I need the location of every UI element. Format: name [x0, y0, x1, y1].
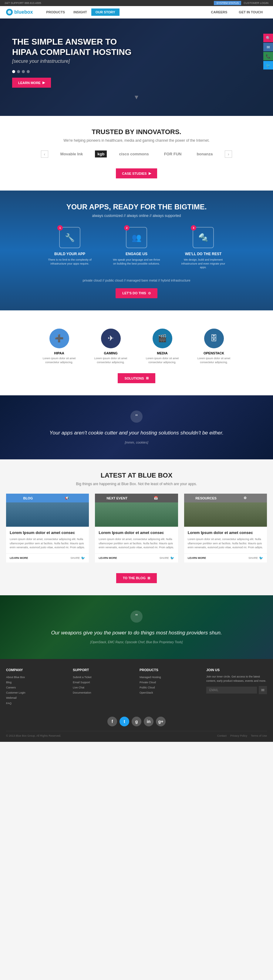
footer-company: COMPANY About Blue Box Blog Careers Cust…	[6, 668, 67, 706]
card-event: NEXT EVENT 📅 Lorem Ipsum dolor et amet c…	[95, 494, 178, 563]
build-icon: 1 🔧	[59, 227, 80, 248]
google-plus-button[interactable]: g+	[156, 717, 166, 726]
footer-contact-link[interactable]: Contact	[217, 734, 227, 737]
twitter-share-icon-2[interactable]: 🐦	[170, 556, 175, 560]
footer-link-customer-login[interactable]: Customer Login	[6, 690, 67, 695]
twitter-sidebar-icon[interactable]: 🐦	[263, 61, 273, 70]
resources-title: Lorem Ipsum dolor et amet consec	[188, 530, 263, 535]
hero-dot-2[interactable]	[17, 70, 20, 73]
feature-num-1: 1	[57, 225, 63, 231]
grid-icon-2: ⊞	[148, 576, 150, 580]
nav-our-story[interactable]: OUR STORY	[91, 8, 119, 16]
phone-icon[interactable]: 📞	[263, 52, 273, 60]
footer-products-title: PRODUCTS	[140, 668, 200, 672]
hero-dot-4[interactable]	[27, 70, 30, 73]
solution-title-hipaa: HIPAA	[40, 352, 79, 355]
arrow-right-icon: ▶	[149, 172, 151, 175]
blog-learn-more[interactable]: LEARN MORE	[10, 557, 28, 560]
card-header-event: NEXT EVENT 📅	[95, 494, 178, 503]
solution-gaming: ✈ GAMING Lorem ipsum dolor sit amet cons…	[91, 329, 130, 364]
nav-insight[interactable]: INSIGHT	[69, 8, 91, 16]
svg-point-0	[8, 10, 11, 14]
media-icon: 🎬	[152, 329, 172, 348]
twitter-share-icon-1[interactable]: 🐦	[81, 556, 85, 560]
customer-login-link[interactable]: CUSTOMER LOGIN	[244, 2, 268, 5]
hero-dot-1[interactable]	[12, 70, 15, 73]
footer-columns: COMPANY About Blue Box Blog Careers Cust…	[6, 668, 267, 712]
nav-products[interactable]: PRODUCTS	[42, 8, 69, 16]
lets-do-button[interactable]: LET'S DO THIS ⊙	[116, 288, 157, 298]
solution-desc-hipaa: Lorem ipsum dolor sit amet consectetur a…	[40, 356, 79, 364]
event-learn-more[interactable]: LEARN MORE	[98, 557, 117, 560]
solution-title-gaming: GAMING	[91, 352, 130, 355]
footer-email-input[interactable]	[206, 687, 257, 694]
facebook-button[interactable]: f	[107, 717, 117, 726]
grid-icon: ⊞	[146, 376, 149, 380]
logo-bonanza: bonanza	[194, 150, 216, 158]
footer-email-row: ✉	[206, 686, 267, 694]
mail-icon[interactable]: ✉	[263, 43, 273, 51]
solution-desc-media: Lorem ipsum dolor sit amet consectetur a…	[143, 356, 182, 364]
footer-link-faq[interactable]: FAQ	[6, 701, 67, 706]
feature-title-3: WE'LL DO THE REST	[179, 252, 227, 256]
footer-link-email-support[interactable]: Email Support	[73, 680, 133, 685]
resources-text: Lorem ipsum dolor sit amet, consectetur …	[188, 537, 263, 550]
github-button[interactable]: g	[132, 717, 141, 726]
resources-learn-more[interactable]: LEARN MORE	[188, 557, 206, 560]
card-header-resources: RESOURCES ⚙	[184, 494, 267, 503]
nav-careers[interactable]: CAREERS	[207, 8, 232, 16]
solutions-button[interactable]: SOLUTIONS ⊞	[118, 373, 155, 383]
footer-link-openstack[interactable]: OpenStack	[140, 690, 200, 695]
latest-section: LATEST AT BLUE BOX Big things are happen…	[0, 459, 273, 595]
twitter-share-icon-3[interactable]: 🐦	[259, 556, 263, 560]
event-image	[95, 503, 178, 527]
logos-prev-button[interactable]: ‹	[41, 151, 48, 158]
card-resources: RESOURCES ⚙ Lorem Ipsum dolor et amet co…	[184, 494, 267, 563]
main-nav: bluebox PRODUCTS INSIGHT OUR STORY CAREE…	[0, 6, 273, 19]
footer-link-public-cloud[interactable]: Public Cloud	[140, 685, 200, 690]
blog-footer: LEARN MORE SHARE 🐦	[6, 554, 89, 563]
nav-get-in-touch[interactable]: GET IN TOUCH	[235, 8, 267, 16]
system-status-btn[interactable]: SYSTEM STATUS	[214, 1, 241, 5]
to-blog-button[interactable]: TO THE BLOG ⊞	[116, 573, 157, 583]
card-header-blog: BLOG 📢	[6, 494, 89, 503]
top-bar: 24/7 SUPPORT 888.613.4305 SYSTEM STATUS …	[0, 0, 273, 6]
footer-link-managed[interactable]: Managed Hosting	[140, 675, 200, 680]
footer-email-submit[interactable]: ✉	[259, 686, 267, 694]
footer-link-live-chat[interactable]: Live Chat	[73, 685, 133, 690]
logos-next-button[interactable]: ›	[225, 151, 232, 158]
play-icon: ▶	[43, 81, 45, 85]
feature-desc-2: We speak your language and we thrive on …	[112, 258, 161, 266]
linkedin-button[interactable]: in	[144, 717, 154, 726]
hero-heading: THE SIMPLE ANSWER TO HIPAA COMPLIANT HOS…	[12, 37, 261, 57]
cards-row: BLOG 📢 Lorem Ipsum dolor et amet consec …	[6, 494, 267, 563]
footer-privacy-link[interactable]: Privacy Policy	[230, 734, 247, 737]
search-icon[interactable]: 🔍	[263, 34, 273, 42]
footer-link-private-cloud[interactable]: Private Cloud	[140, 680, 200, 685]
footer-link-ticket[interactable]: Submit a Ticket	[73, 675, 133, 680]
footer-bottom-links: Contact Privacy Policy Terms of Use	[217, 734, 267, 737]
case-studies-button[interactable]: CASE STUDIES ▶	[116, 169, 157, 178]
footer-link-docs[interactable]: Documentation	[73, 690, 133, 695]
hero-section: 🔍 ✉ 📞 🐦 THE SIMPLE ANSWER TO HIPAA COMPL…	[0, 19, 273, 116]
quote1-section: " Your apps aren't cookie cutter and you…	[0, 395, 273, 459]
hipaa-icon: ➕	[49, 329, 69, 348]
event-share: SHARE 🐦	[160, 556, 175, 560]
resources-image	[184, 503, 267, 527]
footer-terms-link[interactable]: Terms of Use	[251, 734, 267, 737]
blog-image	[6, 503, 89, 527]
feature-engage: 2 👥 ENGAGE US We speak your language and…	[112, 227, 161, 269]
footer-support: SUPPORT Submit a Ticket Email Support Li…	[73, 668, 133, 706]
solution-title-openstack: OPENSTACK	[194, 352, 233, 355]
footer-link-blog[interactable]: Blog	[6, 680, 67, 685]
twitter-button[interactable]: t	[119, 717, 129, 726]
learn-more-button[interactable]: LEARN MORE ▶	[12, 78, 51, 88]
footer-link-about[interactable]: About Blue Box	[6, 675, 67, 680]
blue-section-tagline: always customized // always online // al…	[6, 213, 267, 218]
logo[interactable]: bluebox	[6, 9, 33, 16]
feature-title-1: BUILD YOUR APP	[46, 252, 94, 256]
hero-dot-3[interactable]	[22, 70, 25, 73]
resources-body: Lorem Ipsum dolor et amet consec Lorem i…	[184, 527, 267, 554]
footer-link-careers[interactable]: Careers	[6, 685, 67, 690]
footer-link-webmail[interactable]: Webmail	[6, 695, 67, 700]
